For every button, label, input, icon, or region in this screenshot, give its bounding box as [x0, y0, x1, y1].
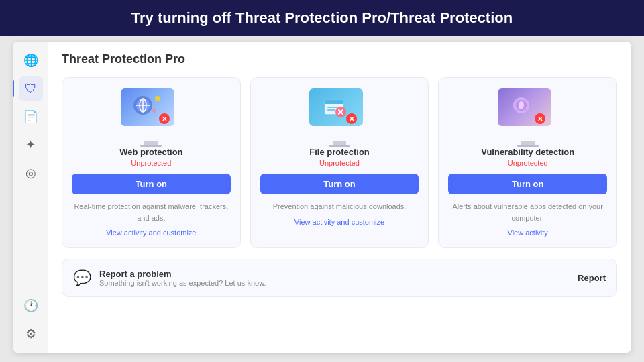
svg-rect-13	[327, 107, 338, 108]
web-protection-description: Real-time protection against malware, tr…	[72, 201, 231, 223]
file-protection-title: File protection	[309, 147, 370, 157]
sidebar-item-history[interactable]: 🕐	[19, 294, 43, 318]
main-window: 🌐 🛡 📄 ✦ ◎ 🕐 ⚙ Threat Protection Pro	[13, 42, 631, 353]
file-illustration-svg: ✕	[313, 90, 360, 124]
file-protection-card: ✕ File protection Unprotected Turn on Pr…	[250, 77, 429, 248]
history-icon: 🕐	[23, 298, 38, 313]
vulnerability-detection-description: Alerts about vulnerable apps detected on…	[448, 201, 607, 223]
svg-text:✕: ✕	[537, 115, 543, 123]
check-circle-icon: ◎	[25, 166, 36, 180]
vulnerability-detection-link[interactable]: View activity	[508, 229, 548, 237]
vuln-illustration-svg: ✕	[501, 90, 548, 124]
vulnerability-detection-card: ✕ Vulnerability detection Unprotected Tu…	[438, 77, 617, 248]
file-protection-turnon-button[interactable]: Turn on	[260, 174, 419, 194]
report-icon: 💬	[73, 269, 91, 287]
report-subtitle: Something isn't working as expected? Let…	[99, 279, 570, 287]
sidebar: 🌐 🛡 📄 ✦ ◎ 🕐 ⚙	[13, 42, 48, 353]
report-title: Report a problem	[99, 269, 570, 279]
file-protection-description: Prevention against malicious downloads.	[273, 201, 407, 213]
settings-icon: ⚙	[25, 326, 36, 341]
report-text: Report a problem Something isn't working…	[99, 269, 570, 287]
svg-point-7	[152, 109, 156, 113]
file-protection-illustration: ✕	[309, 88, 370, 134]
globe-icon: 🌐	[23, 53, 38, 68]
svg-point-23	[519, 101, 524, 109]
sidebar-item-sparkle[interactable]: ✦	[19, 133, 43, 157]
web-protection-card: ✕ Web protection Unprotected Turn on Rea…	[62, 77, 241, 248]
web-protection-status: Unprotected	[131, 159, 171, 167]
sidebar-item-file[interactable]: 📄	[19, 105, 43, 129]
svg-text:✕: ✕	[349, 115, 354, 123]
shield-icon: 🛡	[25, 82, 37, 96]
web-protection-title: Web protection	[119, 147, 182, 157]
file-protection-status: Unprotected	[319, 159, 360, 167]
vulnerability-detection-status: Unprotected	[508, 159, 548, 167]
report-section: 💬 Report a problem Something isn't worki…	[62, 259, 617, 297]
svg-point-6	[155, 96, 160, 101]
page-title: Threat Protection Pro	[62, 52, 617, 66]
content-area: Threat Protection Pro	[48, 42, 631, 353]
web-illustration-svg: ✕	[124, 90, 171, 124]
svg-text:✕: ✕	[162, 115, 167, 123]
sidebar-item-globe[interactable]: 🌐	[19, 48, 43, 72]
file-protection-link[interactable]: View activity and customize	[294, 218, 384, 226]
top-banner: Try turning off Threat Protection Pro/Th…	[0, 0, 644, 36]
protection-cards: ✕ Web protection Unprotected Turn on Rea…	[62, 77, 617, 248]
report-button[interactable]: Report	[578, 273, 606, 283]
file-icon: 📄	[23, 109, 38, 124]
web-protection-illustration: ✕	[121, 88, 181, 134]
sparkle-icon: ✦	[25, 137, 36, 152]
web-protection-turnon-button[interactable]: Turn on	[72, 174, 231, 194]
vulnerability-illustration: ✕	[498, 88, 558, 134]
svg-rect-12	[325, 100, 343, 104]
vulnerability-detection-turnon-button[interactable]: Turn on	[448, 174, 607, 194]
vulnerability-detection-title: Vulnerability detection	[481, 147, 574, 157]
svg-rect-14	[327, 109, 335, 111]
sidebar-item-settings[interactable]: ⚙	[19, 322, 43, 346]
sidebar-item-check[interactable]: ◎	[19, 161, 43, 185]
web-protection-link[interactable]: View activity and customize	[106, 229, 196, 237]
sidebar-item-shield[interactable]: 🛡	[19, 76, 43, 101]
banner-text: Try turning off Threat Protection Pro/Th…	[131, 9, 513, 26]
